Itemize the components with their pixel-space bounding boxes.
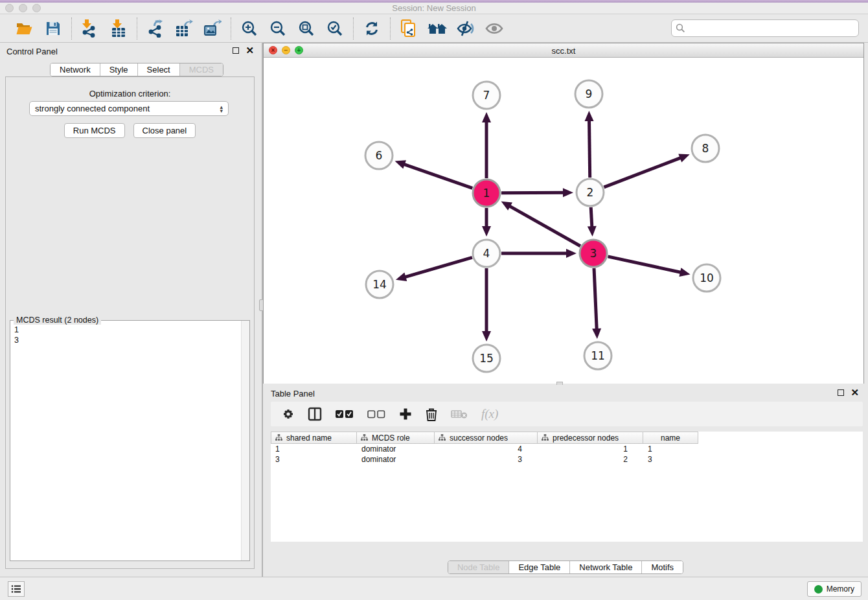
copy-network-button[interactable] [397,17,420,40]
edge-3-10[interactable] [608,257,681,273]
edge-3-11[interactable] [594,268,597,330]
column-header-successor-nodes[interactable]: successor nodes [435,432,538,444]
cell-predecessor-nodes[interactable]: 2 [538,454,643,465]
float-panel-icon[interactable] [233,47,239,54]
gear-button[interactable] [281,408,294,421]
criterion-value: strongly connected component [35,104,150,113]
node-label-3: 3 [590,247,597,260]
table-panel-title: Table Panel [271,389,315,398]
edge-3-1[interactable] [508,205,580,246]
window-titlebar: Session: New Session [0,0,868,14]
column-header-predecessor-nodes[interactable]: predecessor nodes [538,432,643,444]
zoom-fit-button[interactable] [295,17,318,40]
add-column-button[interactable] [399,408,412,421]
export-image-icon [203,19,222,38]
delete-column-button[interactable] [451,409,468,419]
cell-successor-nodes[interactable]: 3 [435,454,538,465]
task-history-button[interactable] [8,581,25,597]
edge-1-2[interactable] [501,192,565,193]
open-file-icon [16,21,34,36]
cell-shared-name[interactable]: 3 [271,454,357,465]
tab-style[interactable]: Style [100,63,138,76]
cell-MCDS-role[interactable]: dominator [357,454,435,465]
close-table-panel-icon[interactable]: ✕ [851,389,859,396]
edge-4-14[interactable] [404,257,472,277]
gear-icon [281,408,294,421]
table-row[interactable]: 3dominator323 [271,454,863,465]
cell-shared-name[interactable]: 1 [271,444,357,454]
arrowhead-2-9 [585,111,594,121]
search-field[interactable] [671,19,859,37]
zoom-in-button[interactable] [238,17,261,40]
network-window: × − + scc.txt 7968124314101511 [263,43,864,384]
hierarchy-icon [361,434,368,441]
network-window-titlebar[interactable]: × − + scc.txt [264,43,863,58]
tab-network[interactable]: Network [51,63,100,76]
refresh-icon [363,20,380,37]
function-builder-button[interactable]: f(x) [481,407,498,421]
export-network-button[interactable] [144,17,167,40]
node-label-1: 1 [483,187,490,200]
search-input[interactable] [689,23,854,33]
node-label-11: 11 [591,349,605,362]
hierarchy-icon [275,434,282,441]
close-panel-icon[interactable]: ✕ [246,47,254,54]
tab-motifs[interactable]: Motifs [642,561,683,573]
tab-select[interactable]: Select [138,63,180,76]
app-window: Session: New Session [0,0,868,600]
import-network-button[interactable] [78,17,102,40]
network-canvas[interactable]: 7968124314101511 [264,58,863,384]
column-header-name[interactable]: name [643,432,698,444]
run-mcds-button[interactable]: Run MCDS [64,123,125,138]
close-panel-button[interactable]: Close panel [133,123,196,138]
memory-button[interactable]: Memory [807,581,862,597]
export-table-button[interactable] [172,17,196,40]
titlebar-accent [0,0,868,3]
cell-successor-nodes[interactable]: 4 [435,444,538,454]
export-image-button[interactable] [201,17,224,40]
edge-2-9[interactable] [589,119,590,178]
save-session-button[interactable] [41,17,65,40]
import-table-button[interactable] [107,17,130,40]
eye-icon [485,21,503,36]
refresh-button[interactable] [360,17,383,40]
eye-slash-button[interactable] [454,17,477,40]
select-all-button[interactable] [336,410,354,419]
column-header-MCDS-role[interactable]: MCDS role [357,432,435,444]
node-label-14: 14 [372,278,387,291]
cell-MCDS-role[interactable]: dominator [357,444,435,454]
window-title: Session: New Session [0,3,868,13]
cell-name[interactable]: 1 [643,444,698,454]
table-panel: Table Panel ✕ f(x) shared nameMCDS roles… [263,385,868,577]
edge-2-8[interactable] [604,157,681,187]
unselect-all-button[interactable] [367,410,385,419]
memory-label: Memory [827,584,854,594]
tab-node-table[interactable]: Node Table [448,561,510,573]
home-button[interactable] [426,17,449,40]
delete-column-icon [451,409,468,419]
control-panel-title: Control Panel [6,47,58,56]
float-table-panel-icon[interactable] [838,389,844,396]
eye-button[interactable] [483,17,506,40]
cell-predecessor-nodes[interactable]: 1 [538,444,643,454]
arrowhead-1-4 [482,226,491,237]
table-row[interactable]: 1dominator411 [271,444,863,454]
delete-row-button[interactable] [426,408,437,421]
tab-network-table[interactable]: Network Table [570,561,642,573]
criterion-dropdown[interactable]: strongly connected component ▴▾ [29,101,229,116]
cell-name[interactable]: 3 [643,454,698,465]
save-session-icon [45,21,61,36]
select-all-icon [336,410,354,419]
open-file-button[interactable] [13,17,36,40]
edge-1-6[interactable] [403,164,472,189]
edge-2-3[interactable] [591,207,592,228]
arrowhead-1-2 [563,188,573,197]
columns-button[interactable] [308,407,322,421]
tab-edge-table[interactable]: Edge Table [509,561,570,573]
mcds-result-text[interactable]: 1 3 [10,322,241,560]
zoom-selected-button[interactable] [323,17,347,40]
result-scrollbar[interactable] [241,321,249,560]
zoom-out-button[interactable] [266,17,290,40]
tab-mcds[interactable]: MCDS [180,63,223,76]
column-header-shared-name[interactable]: shared name [271,432,357,444]
